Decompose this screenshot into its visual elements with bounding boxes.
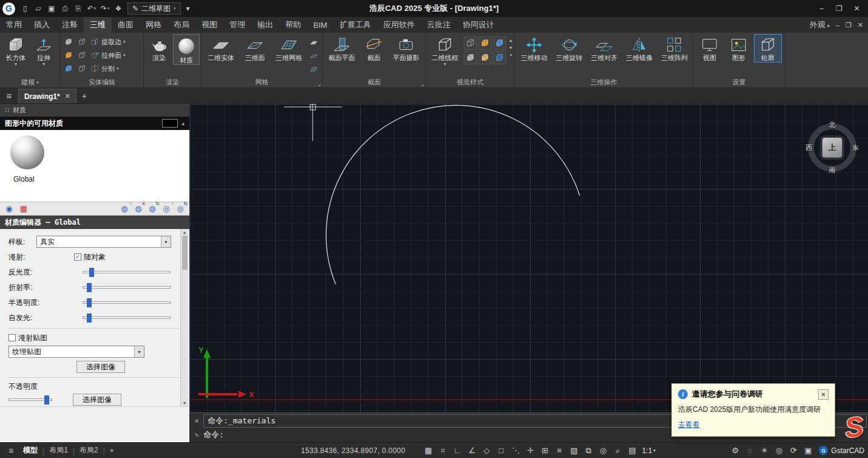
mesh3d-button[interactable]: 三维网格 [272,34,306,63]
view-button[interactable]: 视图 [696,34,724,63]
panel-label-3d-operations[interactable]: 三维操作 [515,77,693,87]
qat-more-icon[interactable]: ▾ [182,2,194,15]
solid2d-button[interactable]: 二维实体 [204,34,238,63]
viewcube-north[interactable]: 北 [829,120,836,129]
panel-label-modeling[interactable]: 建模▾ [0,77,60,87]
gallery-scroll[interactable]: ▲ ▼ ▾ [509,38,513,58]
layout1-tab[interactable]: 布局1 [44,445,73,456]
vs-style-shaded-icon[interactable] [493,36,506,50]
sample-sphere-icon[interactable]: ◉ [4,203,15,214]
ortho-mode-icon[interactable]: ∟ [452,445,464,457]
selection-cycling-icon[interactable]: ⧉ [583,445,595,457]
box-button[interactable]: 长方体 ▾ [2,34,29,67]
thicken-icon[interactable] [76,63,87,74]
notification-link[interactable]: 去看看 [678,420,700,430]
graphics-performance-icon[interactable]: ◎ [773,445,785,457]
model-tab[interactable]: 模型 [18,445,42,456]
command-prompt[interactable]: 命令: [203,429,224,440]
add-material-icon[interactable]: ◍↑ [119,203,130,214]
gallery-down-icon[interactable]: ▼ [509,46,513,50]
slider-thumb[interactable] [89,268,94,277]
chevron-down-icon[interactable]: ▾ [134,346,144,357]
tab-insert[interactable]: 插入 [28,17,56,33]
palette-scrollbar[interactable]: ▲ ▼ [180,229,188,406]
imprint-icon[interactable] [63,36,74,47]
quick-properties-icon[interactable]: ▤ [626,445,639,457]
new-icon[interactable]: ▯ [19,2,31,15]
ribbon-close-icon[interactable]: ✕ [858,21,863,29]
ribbon-restore-icon[interactable]: ❐ [846,21,852,29]
tab-collaboration[interactable]: 协同设计 [456,17,500,33]
update-material-icon[interactable]: ◍↻ [147,203,158,214]
settings-gear-icon[interactable]: ⚙ [729,445,741,457]
gallery-expand-icon[interactable]: ▾ [510,53,512,58]
face3d-button[interactable]: 三维面 [239,34,271,63]
undo-icon[interactable]: ↶▾ [86,2,98,15]
notification-close-icon[interactable]: ✕ [818,389,829,400]
viewcube-west[interactable]: 西 [805,143,812,152]
texture-map-select[interactable]: 纹理贴图 ▾ [8,346,144,358]
tab-annotate[interactable]: 注释 [56,17,84,33]
tabulated-mesh-icon[interactable] [308,50,319,61]
snap-mode-icon[interactable]: ⌗ [437,445,449,457]
redo-icon[interactable]: ↷▾ [99,2,111,15]
sync-material-icon[interactable]: ◎↻ [175,203,186,214]
minimize-button[interactable]: – [813,1,830,16]
section-button[interactable]: 截面 [359,34,388,63]
tab-mesh[interactable]: 网格 [140,17,168,33]
slider-thumb[interactable] [44,395,49,405]
dynamic-input-icon[interactable]: ⊞ [539,445,551,457]
extrude-face-button[interactable]: 拉伸面 ▾ [90,50,126,60]
viewcube-east[interactable]: 东 [852,143,859,152]
document-tab[interactable]: Drawing1* ✕ [18,89,76,103]
panel-label-visual-styles[interactable]: 视觉样式 [426,77,514,87]
ribbon-minimize-icon[interactable]: – [836,21,839,29]
arc-entity[interactable] [326,105,580,284]
app-logo-icon[interactable]: G [2,2,15,15]
header-collapse-icon[interactable]: ▴ [181,120,185,126]
delete-material-icon[interactable]: ◍✕ [133,203,144,214]
object-snap-tracking-icon[interactable]: ⋱ [510,445,522,457]
zoom-status-icon[interactable]: ⌕ [612,445,624,457]
appearance-dropdown[interactable]: 外观▴ [810,19,830,30]
workspace-diamond-icon[interactable]: ❖ [112,2,124,15]
grid-display-icon[interactable]: ▦ [422,445,435,457]
material-preview-sphere[interactable] [10,135,44,169]
tab-output[interactable]: 输出 [251,17,279,33]
vs-style-hidden-icon[interactable] [464,51,477,64]
shininess-slider[interactable] [83,271,171,273]
slider-thumb[interactable] [87,283,92,292]
sync-icon[interactable]: ⟳ [787,445,799,457]
document-close-icon[interactable]: ✕ [65,92,70,100]
polar-tracking-icon[interactable]: ∠ [466,445,478,457]
slider-thumb[interactable] [87,298,92,307]
vs-style-conceptual-icon[interactable] [478,36,492,50]
scroll-down-icon[interactable]: ▼ [183,401,187,405]
wireframe2d-button[interactable]: 二维线框 ▾ [429,34,461,67]
outline-button[interactable]: 轮廓 [754,34,782,63]
template-select[interactable]: 真实 ▾ [36,236,171,248]
panel-label-section[interactable]: 截面⌟ [323,77,426,87]
split-button[interactable]: 分割 ▾ [90,64,119,73]
object-snap-icon[interactable]: □ [495,445,507,457]
opacity-select-image-button[interactable]: 选择图像 [73,394,121,406]
vs-style-realistic-icon[interactable] [478,51,492,64]
vs-style-xray-icon[interactable] [493,51,506,64]
materials-button[interactable]: 材质 [173,34,200,65]
isolate-objects-icon[interactable]: ☀ [758,445,770,457]
move3d-button[interactable]: 三维移动 [517,34,551,63]
opacity-slider[interactable] [8,398,52,401]
palette-grip[interactable]: ∷ [5,106,9,114]
taper-face-icon[interactable] [76,50,87,61]
ucs-icon[interactable]: Y X [198,346,254,399]
select-image-button[interactable]: 选择图像 [76,361,125,373]
panel-label-solid-editing[interactable]: 实体编辑 [61,77,143,87]
gallery-up-icon[interactable]: ▲ [509,38,513,43]
layout2-tab[interactable]: 布局2 [75,445,103,456]
dialog-launcher-icon[interactable]: ⌟ [318,81,320,87]
edge-mesh-icon[interactable] [308,64,319,75]
save-icon[interactable]: ▣ [46,2,58,15]
dialog-launcher-icon[interactable]: ⌟ [421,81,424,87]
viewcube-south[interactable]: 南 [829,166,836,175]
panel-label-mesh[interactable]: 网格⌟ [202,77,322,87]
